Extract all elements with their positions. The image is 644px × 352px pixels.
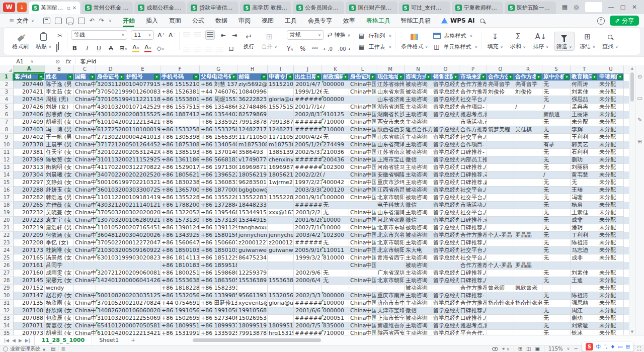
selection-fill-handle[interactable] bbox=[42, 78, 44, 80]
cell[interactable]: 留学总经办 bbox=[432, 194, 459, 202]
cell[interactable]: 留学总经办 bbox=[432, 89, 459, 96]
cell[interactable]: 未分配 bbox=[598, 171, 624, 179]
cell[interactable]: 207282 bbox=[14, 194, 45, 202]
filter-dropdown-icon[interactable]: ▾ bbox=[261, 74, 267, 80]
cell[interactable] bbox=[487, 171, 514, 179]
cell[interactable]: 新航道 bbox=[542, 111, 571, 119]
cell[interactable]: 150269534 bbox=[237, 315, 268, 322]
cell[interactable]: 主动咨询 bbox=[405, 171, 432, 179]
cell[interactable]: China中国 bbox=[349, 217, 376, 224]
worksheet-button[interactable]: ▦工作表∨ bbox=[358, 43, 391, 51]
filter-dropdown-icon[interactable]: ▾ bbox=[617, 74, 623, 80]
cell[interactable]: 207145 bbox=[14, 277, 45, 285]
cell[interactable]: 被动咨询 bbox=[405, 81, 432, 89]
filter-dropdown-icon[interactable]: ▾ bbox=[231, 74, 236, 80]
cell[interactable]: China中国 bbox=[349, 156, 376, 164]
cell[interactable]: jennychen bbox=[268, 232, 294, 239]
cell[interactable]: 无 bbox=[542, 202, 571, 209]
system-label[interactable]: 业财管理系统 bbox=[10, 345, 40, 352]
cell[interactable]: 郭美艺 bbox=[571, 141, 598, 149]
cell[interactable]: / bbox=[542, 104, 571, 111]
cell[interactable]: ######## bbox=[294, 119, 322, 126]
cell[interactable]: 207073 bbox=[14, 330, 45, 335]
filter-dropdown-icon[interactable]: ▾ bbox=[480, 74, 486, 80]
cell[interactable]: 袁文宇 (女 bbox=[45, 217, 74, 224]
row-header-29[interactable]: 29 bbox=[0, 285, 14, 292]
cell[interactable]: +86 15332585003 bbox=[200, 126, 237, 134]
cell[interactable]: China中国 bbox=[74, 209, 96, 217]
cell[interactable] bbox=[514, 254, 542, 262]
export-icon[interactable] bbox=[55, 18, 62, 24]
cell[interactable] bbox=[514, 277, 542, 285]
cell[interactable] bbox=[487, 270, 514, 277]
cell[interactable]: +86 156064751 bbox=[160, 239, 200, 247]
cell[interactable]: 成非 bbox=[571, 254, 598, 262]
cell[interactable]: 210303200509160922 bbox=[96, 247, 125, 254]
cell[interactable]: 杨肩 bbox=[571, 202, 598, 209]
cell[interactable]: 207208 bbox=[14, 239, 45, 247]
cell[interactable]: 合作方推荐 bbox=[459, 89, 487, 96]
cell[interactable]: 刘素佳 bbox=[571, 270, 598, 277]
cell[interactable]: ######## bbox=[294, 156, 322, 164]
cell[interactable] bbox=[514, 239, 542, 247]
cell[interactable]: +86 13548668953 bbox=[200, 104, 237, 111]
cell[interactable]: 留学总经办 bbox=[432, 209, 459, 217]
cell[interactable]: 124827175 bbox=[268, 126, 294, 134]
cell[interactable]: 未分配 bbox=[598, 209, 624, 217]
cell[interactable]: 207147 bbox=[14, 292, 45, 300]
cell[interactable] bbox=[487, 187, 514, 194]
filter-dropdown-icon[interactable]: ▾ bbox=[67, 74, 73, 80]
cell[interactable]: 207209 bbox=[14, 232, 45, 239]
cell[interactable]: 无 bbox=[322, 209, 349, 217]
search-icon[interactable] bbox=[480, 19, 485, 23]
cell[interactable]: 留学总经办 bbox=[432, 81, 459, 89]
recent-doc-icon[interactable]: ↓ bbox=[17, 3, 27, 12]
cell[interactable]: 未分配 bbox=[598, 119, 624, 126]
cell[interactable]: 320311200104077915 bbox=[96, 81, 125, 89]
row-header-32[interactable]: 32 bbox=[0, 307, 14, 315]
cell[interactable]: +86 152901750 bbox=[160, 164, 200, 171]
document-tab[interactable]: S成都公积金.xlsx bbox=[134, 2, 186, 14]
cell[interactable]: 陕西省西安 bbox=[376, 330, 405, 335]
cell[interactable] bbox=[598, 262, 624, 270]
cell[interactable]: 未分配 bbox=[598, 300, 624, 307]
cell[interactable]: 重庆市沙坪 bbox=[376, 179, 405, 187]
cell[interactable] bbox=[268, 224, 294, 232]
cell[interactable]: 155363896 bbox=[237, 277, 268, 285]
cell[interactable]: 2000/6/4 bbox=[294, 277, 322, 285]
cell[interactable]: +86 183023889 bbox=[160, 179, 200, 187]
row-header-23[interactable]: 23 bbox=[0, 239, 14, 247]
cell[interactable]: China中国 bbox=[74, 111, 96, 119]
cell[interactable]: 季忆 (女) bbox=[45, 239, 74, 247]
italic-button[interactable]: I bbox=[83, 45, 90, 52]
tab-smart-toolbox[interactable]: 智能工具箱 bbox=[395, 17, 436, 25]
cell[interactable]: v17490776 bbox=[237, 156, 268, 164]
cell[interactable]: 马志迪 bbox=[571, 247, 598, 254]
row-header-4[interactable]: 4 bbox=[0, 96, 14, 104]
row-header-2[interactable]: 2 bbox=[0, 81, 14, 89]
cell[interactable]: China中国 bbox=[349, 119, 376, 126]
row-header-9[interactable]: 9 bbox=[0, 134, 14, 141]
align-top-icon[interactable] bbox=[183, 33, 190, 37]
cell[interactable]: xyevents@ bbox=[237, 300, 268, 307]
sort-button[interactable]: A↓ 排序 ∨ bbox=[531, 32, 550, 50]
cell[interactable]: China中国 bbox=[349, 134, 376, 141]
cell[interactable]: ######## bbox=[294, 164, 322, 171]
cell[interactable]: +86 13359257067 bbox=[200, 330, 237, 335]
cell[interactable]: 文静如 (女 bbox=[45, 179, 74, 187]
cell[interactable]: 无 bbox=[542, 217, 571, 224]
cell[interactable] bbox=[514, 202, 542, 209]
cell[interactable]: China中国 bbox=[349, 300, 376, 307]
cell[interactable]: 610104200212213421 bbox=[96, 119, 125, 126]
cell[interactable]: 2001/7/14 bbox=[294, 104, 322, 111]
cell[interactable]: 主动咨询 bbox=[405, 270, 432, 277]
cell[interactable]: China中国 bbox=[74, 277, 96, 285]
filter-dropdown-icon[interactable]: ▾ bbox=[536, 74, 541, 80]
font-size-select[interactable]: 11∨ bbox=[131, 30, 154, 40]
sum-button[interactable]: Σ 求和 ∨ bbox=[508, 32, 528, 50]
cell[interactable]: 无 bbox=[542, 239, 571, 247]
row-header-5[interactable]: 5 bbox=[0, 104, 14, 111]
cell[interactable]: China中国 bbox=[74, 89, 96, 96]
cell[interactable]: +86 19910568331 bbox=[200, 307, 237, 315]
cell[interactable]: 无 bbox=[542, 254, 571, 262]
